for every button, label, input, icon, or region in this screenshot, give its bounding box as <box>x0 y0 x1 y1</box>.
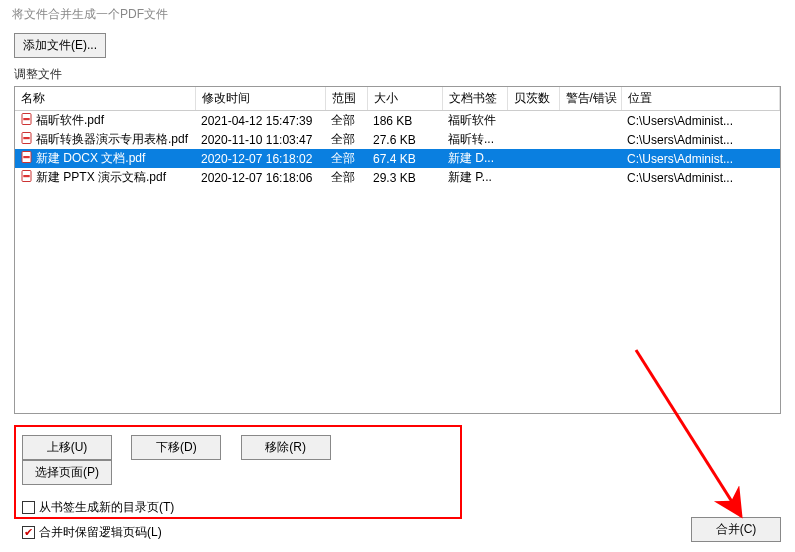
pdf-file-icon <box>21 151 33 163</box>
cell-modified: 2020-12-07 16:18:02 <box>195 149 325 168</box>
cell-warn <box>559 111 621 131</box>
cell-name: 新建 PPTX 演示文稿.pdf <box>15 168 195 187</box>
table-row[interactable]: 新建 DOCX 文档.pdf2020-12-07 16:18:02全部67.4 … <box>15 149 780 168</box>
col-name[interactable]: 名称 <box>15 87 195 111</box>
col-location[interactable]: 位置 <box>621 87 780 111</box>
adjust-files-label: 调整文件 <box>0 66 795 86</box>
table-row[interactable]: 新建 PPTX 演示文稿.pdf2020-12-07 16:18:06全部29.… <box>15 168 780 187</box>
cell-bates <box>507 111 559 131</box>
cell-range: 全部 <box>325 111 367 131</box>
svg-rect-5 <box>23 156 29 158</box>
col-bookmark[interactable]: 文档书签 <box>442 87 507 111</box>
col-modified[interactable]: 修改时间 <box>195 87 325 111</box>
svg-rect-1 <box>23 118 29 120</box>
merge-button[interactable]: 合并(C) <box>691 517 781 542</box>
pdf-file-icon <box>21 132 33 144</box>
pdf-file-icon <box>21 170 33 182</box>
cell-modified: 2020-12-07 16:18:06 <box>195 168 325 187</box>
file-table: 名称 修改时间 范围 大小 文档书签 贝茨数 警告/错误 位置 福昕软件.pdf… <box>14 86 781 414</box>
cell-bates <box>507 149 559 168</box>
cell-bookmark: 福昕软件 <box>442 111 507 131</box>
cell-warn <box>559 149 621 168</box>
table-header-row: 名称 修改时间 范围 大小 文档书签 贝茨数 警告/错误 位置 <box>15 87 780 111</box>
keep-logical-label: 合并时保留逻辑页码(L) <box>39 524 162 541</box>
move-up-button[interactable]: 上移(U) <box>22 435 112 460</box>
cell-name: 新建 DOCX 文档.pdf <box>15 149 195 168</box>
cell-bates <box>507 168 559 187</box>
cell-bookmark: 新建 D... <box>442 149 507 168</box>
col-size[interactable]: 大小 <box>367 87 442 111</box>
cell-name: 福昕转换器演示专用表格.pdf <box>15 130 195 149</box>
cell-modified: 2021-04-12 15:47:39 <box>195 111 325 131</box>
col-bates[interactable]: 贝茨数 <box>507 87 559 111</box>
cell-range: 全部 <box>325 168 367 187</box>
cell-bookmark: 福昕转... <box>442 130 507 149</box>
col-range[interactable]: 范围 <box>325 87 367 111</box>
cell-bookmark: 新建 P... <box>442 168 507 187</box>
cell-bates <box>507 130 559 149</box>
pdf-file-icon <box>21 113 33 125</box>
cell-modified: 2020-11-10 11:03:47 <box>195 130 325 149</box>
cell-size: 27.6 KB <box>367 130 442 149</box>
cell-location: C:\Users\Administ... <box>621 149 780 168</box>
cell-size: 29.3 KB <box>367 168 442 187</box>
svg-rect-3 <box>23 137 29 139</box>
controls-box: 上移(U) 下移(D) 移除(R) 选择页面(P) 从书签生成新的目录页(T) … <box>14 425 462 519</box>
cell-location: C:\Users\Administ... <box>621 111 780 131</box>
cell-name: 福昕软件.pdf <box>15 111 195 131</box>
move-down-button[interactable]: 下移(D) <box>131 435 221 460</box>
cell-location: C:\Users\Administ... <box>621 130 780 149</box>
window-title: 将文件合并生成一个PDF文件 <box>0 0 795 33</box>
table-row[interactable]: 福昕软件.pdf2021-04-12 15:47:39全部186 KB福昕软件C… <box>15 111 780 131</box>
svg-rect-7 <box>23 175 29 177</box>
cell-warn <box>559 130 621 149</box>
cell-range: 全部 <box>325 130 367 149</box>
table-row[interactable]: 福昕转换器演示专用表格.pdf2020-11-10 11:03:47全部27.6… <box>15 130 780 149</box>
col-warn[interactable]: 警告/错误 <box>559 87 621 111</box>
cell-size: 186 KB <box>367 111 442 131</box>
cell-warn <box>559 168 621 187</box>
keep-logical-checkbox[interactable]: ✔ <box>22 526 35 539</box>
gen-toc-checkbox[interactable] <box>22 501 35 514</box>
add-file-button[interactable]: 添加文件(E)... <box>14 33 106 58</box>
remove-button[interactable]: 移除(R) <box>241 435 331 460</box>
cell-location: C:\Users\Administ... <box>621 168 780 187</box>
cell-size: 67.4 KB <box>367 149 442 168</box>
cell-range: 全部 <box>325 149 367 168</box>
select-pages-button[interactable]: 选择页面(P) <box>22 460 112 485</box>
gen-toc-label: 从书签生成新的目录页(T) <box>39 499 174 516</box>
